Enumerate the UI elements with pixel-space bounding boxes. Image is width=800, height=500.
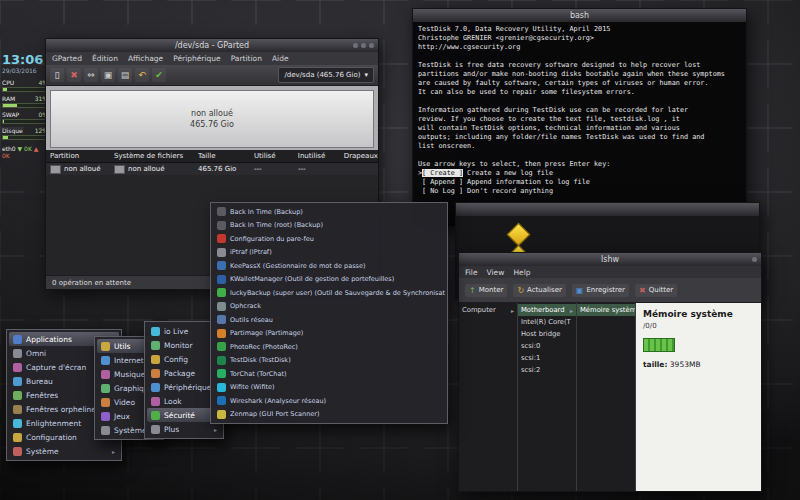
- menu-item-luckybackup[interactable]: luckyBackup (super user) (Outil de Sauve…: [213, 286, 445, 300]
- terminal-line: outputs; including any folder/file names…: [418, 133, 741, 142]
- maximize-button[interactable]: [361, 43, 366, 48]
- menu-view[interactable]: View: [487, 268, 505, 277]
- lshw-titlebar[interactable]: lshw: [459, 253, 761, 266]
- detail-path: /0/0: [643, 322, 754, 330]
- window-title: /dev/sda - GParted: [175, 41, 249, 50]
- terminal-titlebar[interactable]: bash: [413, 9, 746, 22]
- wireshark-icon: [217, 396, 226, 405]
- iptraf-icon: [217, 248, 226, 257]
- tree-item-cpu[interactable]: Intel(R) Core(T: [518, 316, 576, 328]
- apply-icon[interactable]: ✔: [152, 68, 166, 82]
- menu-item-wifite[interactable]: Wifite (Wifite): [213, 381, 445, 395]
- menu-item-backintime-root[interactable]: Back In Time (root) (Backup): [213, 219, 445, 233]
- minimize-button[interactable]: [353, 43, 358, 48]
- menu-item-wireshark[interactable]: Wireshark (Analyseur réseau): [213, 394, 445, 408]
- lshw-toolbar: ↑Monter ↻Actualiser ▣Enregistrer ✖Quitte…: [459, 278, 761, 303]
- look-icon: [151, 397, 160, 406]
- menu-item-kwalletmanager[interactable]: KWalletManager (Outil de gestion de port…: [213, 273, 445, 287]
- menu-item-plus[interactable]: Plus▸: [147, 422, 221, 436]
- stat-label: CPU: [2, 79, 14, 86]
- menu-item-ophcrack[interactable]: Ophcrack: [213, 300, 445, 314]
- save-icon: ▣: [576, 286, 584, 295]
- copy-partition-icon[interactable]: ▣: [101, 68, 115, 82]
- lshw-menubar: File View Help: [459, 266, 761, 278]
- menu-edition[interactable]: Édition: [92, 54, 118, 63]
- chevron-down-icon: ▾: [364, 71, 368, 79]
- terminal-line: TestDisk 7.0, Data Recovery Utility, Apr…: [418, 25, 741, 34]
- menu-help[interactable]: Help: [513, 268, 530, 277]
- tree-item-computer[interactable]: Computer▸: [459, 304, 517, 316]
- menu-item-network-tools[interactable]: Outils réseau: [213, 313, 445, 327]
- video-icon: [101, 398, 110, 407]
- testdisk-option-append[interactable]: [ Append ] Append information to log fil…: [418, 178, 741, 187]
- power-icon: [13, 447, 22, 456]
- desktop-icon: [13, 377, 22, 386]
- refresh-button[interactable]: ↻Actualiser: [513, 284, 565, 297]
- delete-partition-icon[interactable]: ✖: [67, 68, 81, 82]
- quit-button[interactable]: ✖Quitter: [635, 284, 677, 297]
- config-icon: [151, 355, 160, 364]
- camera-icon: [13, 363, 22, 372]
- menu-item-zenmap[interactable]: Zenmap (GUI Port Scanner): [213, 408, 445, 422]
- memory-size: taille: 3953MB: [643, 360, 754, 369]
- paste-partition-icon[interactable]: ▤: [118, 68, 132, 82]
- menu-file[interactable]: File: [465, 268, 478, 277]
- menu-item-partimage[interactable]: Partimage (Partimage): [213, 327, 445, 341]
- menu-item-backintime[interactable]: Back In Time (Backup): [213, 205, 445, 219]
- terminal-line: It can also be used to repair some files…: [418, 88, 741, 97]
- new-partition-icon[interactable]: ▯: [50, 68, 64, 82]
- quit-icon: ✖: [639, 286, 646, 295]
- ophcrack-icon: [217, 302, 226, 311]
- mount-button[interactable]: ↑Monter: [465, 284, 507, 297]
- resize-partition-icon[interactable]: ⇔: [84, 68, 98, 82]
- device-selector[interactable]: /dev/sda (465.76 Gio) ▾: [278, 67, 374, 83]
- close-button[interactable]: [752, 257, 757, 262]
- save-button[interactable]: ▣Enregistrer: [572, 284, 629, 297]
- terminal-line: review. If you choose to create the text…: [418, 115, 741, 124]
- menu-item-iptraf[interactable]: iPtraf (IPtraf): [213, 246, 445, 260]
- testdisk-option-nolog[interactable]: [ No Log ] Don't record anything: [418, 187, 741, 196]
- unallocated-partition-block[interactable]: non alloué 465.76 Gio: [50, 90, 374, 148]
- keepassx-icon: [217, 261, 226, 270]
- testdisk-option-create[interactable]: >[ Create ] Create a new log file: [418, 169, 741, 178]
- menu-peripherique[interactable]: Périphérique: [173, 54, 220, 63]
- terminal-line: http://www.cgsecurity.org: [418, 43, 741, 52]
- tree-item-motherboard[interactable]: Motherboard▸: [518, 304, 576, 316]
- security-submenu: Back In Time (Backup) Back In Time (root…: [210, 202, 448, 424]
- tree-item-memory[interactable]: Mémoire système: [577, 304, 635, 316]
- close-button[interactable]: [369, 43, 374, 48]
- clock: 13:06: [2, 52, 48, 67]
- undo-icon[interactable]: ↶: [135, 68, 149, 82]
- menu-item-system[interactable]: Système▸: [9, 444, 119, 458]
- yellow-diamond-icon: [506, 222, 530, 246]
- refresh-icon: ↻: [517, 286, 524, 295]
- utils-icon: [101, 342, 110, 351]
- swap-bar: [2, 119, 48, 124]
- tree-item-scsi2[interactable]: scsi:2: [518, 364, 576, 376]
- gparted-titlebar[interactable]: /dev/sda - GParted: [46, 39, 378, 52]
- menu-gparted[interactable]: GParted: [52, 54, 82, 63]
- terminal-line: [418, 52, 741, 61]
- menu-item-firewall-config[interactable]: Configuration du pare-feu: [213, 232, 445, 246]
- stat-label: RAM: [2, 95, 15, 102]
- testdisk-icon: [217, 356, 226, 365]
- plus-icon: [151, 425, 160, 434]
- menu-item-testdisk[interactable]: TestDisk (TestDisk): [213, 354, 445, 368]
- table-row[interactable]: non alloué non alloué 465.76 Gio --- ---: [46, 163, 378, 175]
- omni-icon: [13, 349, 22, 358]
- menu-aide[interactable]: Aide: [272, 54, 289, 63]
- terminal-line: Use arrow keys to select, then press Ent…: [418, 160, 741, 169]
- browser-column-3: Mémoire système: [577, 303, 636, 491]
- tree-item-hostbridge[interactable]: Host bridge: [518, 328, 576, 340]
- menu-affichage[interactable]: Affichage: [128, 54, 163, 63]
- tree-item-scsi1[interactable]: scsi:1: [518, 352, 576, 364]
- menu-partition[interactable]: Partition: [231, 54, 262, 63]
- chevron-right-icon: ▸: [108, 448, 115, 455]
- menu-item-photorec[interactable]: PhotoRec (PhotoRec): [213, 340, 445, 354]
- menu-item-torchat[interactable]: TorChat (TorChat): [213, 367, 445, 381]
- tree-item-scsi0[interactable]: scsi:0: [518, 340, 576, 352]
- obscured-window-titlebar[interactable]: [456, 203, 759, 216]
- chevron-right-icon: ▸: [210, 426, 217, 433]
- menu-item-keepassx[interactable]: KeePassX (Gestionnaire de mot de passe): [213, 259, 445, 273]
- terminal-output[interactable]: TestDisk 7.0, Data Recovery Utility, Apr…: [413, 22, 746, 226]
